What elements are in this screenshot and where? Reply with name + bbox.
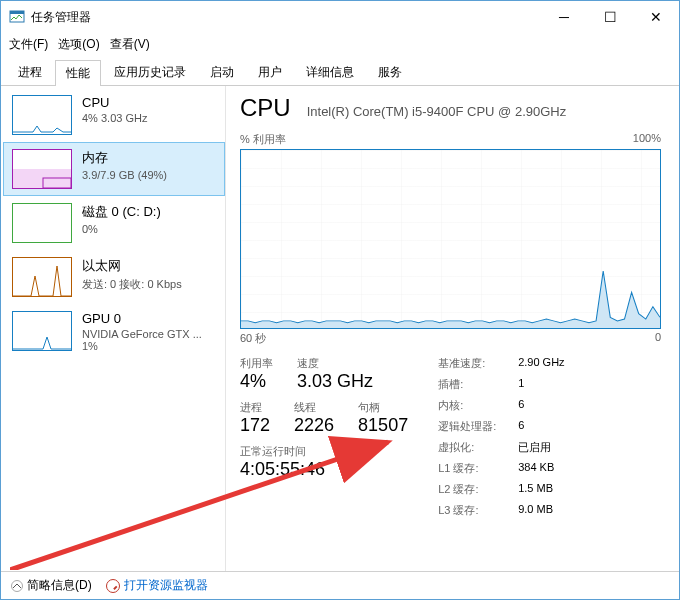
sidebar-ethernet-label: 以太网 [82, 257, 182, 275]
threads-label: 线程 [294, 400, 334, 415]
cpu-model: Intel(R) Core(TM) i5-9400F CPU @ 2.90GHz [307, 104, 567, 119]
tab-startup[interactable]: 启动 [199, 59, 245, 85]
util-label: 利用率 [240, 356, 273, 371]
speed-label: 速度 [297, 356, 373, 371]
cores-label: 内核: [438, 398, 518, 413]
sidebar-memory-detail: 3.9/7.9 GB (49%) [82, 169, 167, 181]
chart-label-botleft: 60 秒 [240, 331, 266, 346]
processes-label: 进程 [240, 400, 270, 415]
uptime-value: 4:05:55:46 [240, 459, 408, 480]
sidebar-memory-label: 内存 [82, 149, 167, 167]
sidebar-item-disk[interactable]: 磁盘 0 (C: D:)0% [3, 196, 225, 250]
tab-users[interactable]: 用户 [247, 59, 293, 85]
sidebar-item-memory[interactable]: 内存3.9/7.9 GB (49%) [3, 142, 225, 196]
sidebar-item-gpu[interactable]: GPU 0NVIDIA GeForce GTX ... 1% [3, 304, 225, 359]
l3-cache-label: L3 缓存: [438, 503, 518, 518]
sidebar-gpu-detail: NVIDIA GeForce GTX ... 1% [82, 328, 216, 352]
fewer-details-link[interactable]: 简略信息(D) [11, 577, 92, 594]
uptime-label: 正常运行时间 [240, 444, 408, 459]
gpu-thumb-icon [12, 311, 72, 351]
sidebar-disk-label: 磁盘 0 (C: D:) [82, 203, 161, 221]
sidebar-item-cpu[interactable]: CPU4% 3.03 GHz [3, 88, 225, 142]
tab-processes[interactable]: 进程 [7, 59, 53, 85]
base-speed-label: 基准速度: [438, 356, 518, 371]
tab-services[interactable]: 服务 [367, 59, 413, 85]
tab-app-history[interactable]: 应用历史记录 [103, 59, 197, 85]
window-title: 任务管理器 [31, 9, 541, 26]
sockets-label: 插槽: [438, 377, 518, 392]
virtualization-label: 虚拟化: [438, 440, 518, 455]
close-button[interactable]: ✕ [633, 1, 679, 33]
stats: 利用率4% 速度3.03 GHz 进程172 线程2226 句柄81507 正常… [240, 356, 661, 524]
memory-thumb-icon [12, 149, 72, 189]
sidebar-ethernet-detail: 发送: 0 接收: 0 Kbps [82, 277, 182, 292]
spec-table: 基准速度:2.90 GHz 插槽:1 内核:6 逻辑处理器:6 虚拟化:已启用 … [438, 356, 564, 524]
chevron-up-icon [11, 580, 23, 592]
minimize-button[interactable]: ─ [541, 1, 587, 33]
l1-cache-value: 384 KB [518, 461, 554, 476]
cpu-thumb-icon [12, 95, 72, 135]
l2-cache-value: 1.5 MB [518, 482, 553, 497]
menu-options[interactable]: 选项(O) [58, 36, 99, 53]
sidebar: CPU4% 3.03 GHz 内存3.9/7.9 GB (49%) 磁盘 0 (… [1, 86, 226, 571]
logical-processors-label: 逻辑处理器: [438, 419, 518, 434]
svg-rect-1 [10, 11, 24, 14]
tab-performance[interactable]: 性能 [55, 60, 101, 86]
l3-cache-value: 9.0 MB [518, 503, 553, 518]
handles-label: 句柄 [358, 400, 408, 415]
threads-value: 2226 [294, 415, 334, 436]
content: CPU4% 3.03 GHz 内存3.9/7.9 GB (49%) 磁盘 0 (… [1, 86, 679, 571]
l1-cache-label: L1 缓存: [438, 461, 518, 476]
sidebar-cpu-label: CPU [82, 95, 147, 110]
disk-thumb-icon [12, 203, 72, 243]
util-value: 4% [240, 371, 273, 392]
resmon-icon [106, 579, 120, 593]
cores-value: 6 [518, 398, 524, 413]
sidebar-gpu-label: GPU 0 [82, 311, 216, 326]
main-panel: CPU Intel(R) Core(TM) i5-9400F CPU @ 2.9… [226, 86, 679, 571]
task-manager-window: 任务管理器 ─ ☐ ✕ 文件(F) 选项(O) 查看(V) 进程 性能 应用历史… [0, 0, 680, 600]
page-title: CPU [240, 94, 291, 122]
open-resmon-link[interactable]: 打开资源监视器 [106, 577, 208, 594]
chart-label-topleft: % 利用率 [240, 132, 286, 147]
l2-cache-label: L2 缓存: [438, 482, 518, 497]
maximize-button[interactable]: ☐ [587, 1, 633, 33]
virtualization-value: 已启用 [518, 440, 551, 455]
statusbar: 简略信息(D) 打开资源监视器 [1, 571, 679, 599]
base-speed-value: 2.90 GHz [518, 356, 564, 371]
menu-view[interactable]: 查看(V) [110, 36, 150, 53]
tabs: 进程 性能 应用历史记录 启动 用户 详细信息 服务 [1, 55, 679, 86]
tab-details[interactable]: 详细信息 [295, 59, 365, 85]
handles-value: 81507 [358, 415, 408, 436]
cpu-chart[interactable] [240, 149, 661, 329]
chart-label-botright: 0 [655, 331, 661, 346]
menu-file[interactable]: 文件(F) [9, 36, 48, 53]
app-icon [9, 9, 25, 25]
sidebar-cpu-detail: 4% 3.03 GHz [82, 112, 147, 124]
sidebar-item-ethernet[interactable]: 以太网发送: 0 接收: 0 Kbps [3, 250, 225, 304]
sockets-value: 1 [518, 377, 524, 392]
svg-point-4 [12, 580, 23, 591]
ethernet-thumb-icon [12, 257, 72, 297]
speed-value: 3.03 GHz [297, 371, 373, 392]
chart-label-topright: 100% [633, 132, 661, 147]
titlebar[interactable]: 任务管理器 ─ ☐ ✕ [1, 1, 679, 33]
logical-processors-value: 6 [518, 419, 524, 434]
sidebar-disk-detail: 0% [82, 223, 161, 235]
processes-value: 172 [240, 415, 270, 436]
menubar: 文件(F) 选项(O) 查看(V) [1, 33, 679, 55]
